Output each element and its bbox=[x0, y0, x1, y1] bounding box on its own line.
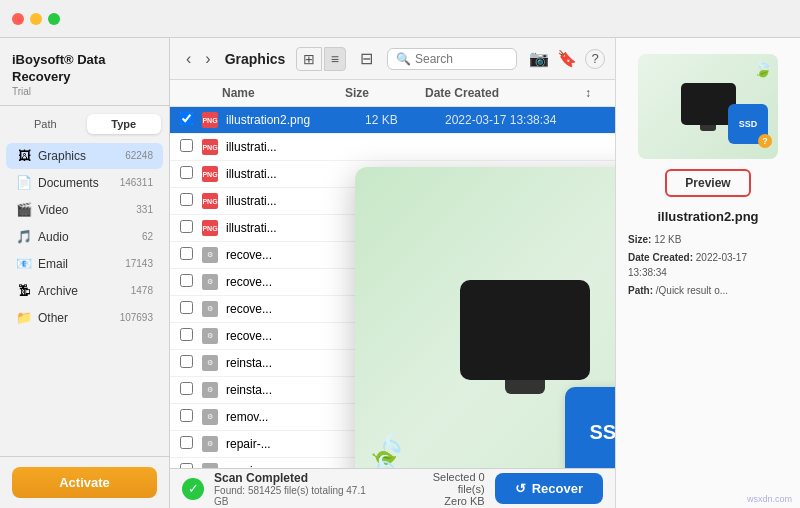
toolbar-right-icons: 📷 🔖 ? bbox=[529, 49, 605, 69]
graphics-icon: 🖼 bbox=[16, 148, 32, 164]
file-name-4: illustrati... bbox=[226, 221, 365, 235]
detail-date-row: Date Created: 2022-03-17 13:38:34 bbox=[628, 250, 788, 280]
sidebar-item-audio[interactable]: 🎵 Audio 62 bbox=[6, 224, 163, 250]
file-name-9: reinsta... bbox=[226, 356, 365, 370]
activate-button[interactable]: Activate bbox=[12, 467, 157, 498]
file-row-0[interactable]: PNG illustration2.png 12 KB 2022-03-17 1… bbox=[170, 107, 615, 134]
file-name-5: recove... bbox=[226, 248, 365, 262]
sidebar-label-graphics: Graphics bbox=[38, 149, 125, 163]
file-type-icon-1: PNG bbox=[202, 139, 222, 155]
app-container: iBoysoft® Data Recovery Trial Path Type … bbox=[0, 38, 800, 508]
ssd-label: SSD bbox=[589, 421, 615, 444]
file-type-icon-3: PNG bbox=[202, 193, 222, 209]
file-list-container: PNG illustration2.png 12 KB 2022-03-17 1… bbox=[170, 107, 615, 468]
detail-size-row: Size: 12 KB bbox=[628, 232, 788, 247]
other-icon: 📁 bbox=[16, 310, 32, 326]
detail-size-value: 12 KB bbox=[654, 234, 681, 245]
search-box: 🔍 bbox=[387, 48, 517, 70]
detail-path-label: Path: bbox=[628, 285, 653, 296]
file-name-3: illustrati... bbox=[226, 194, 365, 208]
selected-info: Selected 0 file(s) Zero KB bbox=[403, 471, 485, 507]
list-view-button[interactable]: ≡ bbox=[324, 47, 346, 71]
sidebar-item-archive[interactable]: 🗜 Archive 1478 bbox=[6, 278, 163, 304]
sidebar-count-archive: 1478 bbox=[131, 285, 153, 296]
toolbar-title: Graphics bbox=[225, 51, 288, 67]
help-button[interactable]: ? bbox=[585, 49, 605, 69]
monitor-display bbox=[460, 280, 590, 380]
file-type-icon-11: ⚙ bbox=[202, 409, 222, 425]
filter-button[interactable]: ⊟ bbox=[354, 46, 379, 71]
file-name-13: repair-... bbox=[226, 464, 365, 468]
file-type-icon-12: ⚙ bbox=[202, 436, 222, 452]
name-col-header[interactable]: Name bbox=[222, 86, 345, 100]
bookmark-button[interactable]: 🔖 bbox=[557, 49, 577, 69]
toolbar-nav: ‹ › bbox=[180, 47, 217, 71]
sidebar-count-email: 17143 bbox=[125, 258, 153, 269]
tab-type[interactable]: Type bbox=[87, 114, 162, 134]
file-type-icon-6: ⚙ bbox=[202, 274, 222, 290]
file-checkbox-0[interactable] bbox=[180, 112, 202, 128]
monitor-stand bbox=[505, 380, 545, 394]
right-panel: 🍃 SSD ? Preview illustration2.png Size: … bbox=[615, 38, 800, 508]
file-type-icon-10: ⚙ bbox=[202, 382, 222, 398]
thumbnail-leaf: 🍃 bbox=[753, 59, 773, 78]
title-bar bbox=[0, 0, 800, 38]
selected-files-label: Selected 0 file(s) bbox=[403, 471, 485, 495]
file-name-12: repair-... bbox=[226, 437, 365, 451]
app-trial: Trial bbox=[12, 86, 157, 97]
detail-path-value: /Quick result o... bbox=[656, 285, 728, 296]
maximize-button[interactable] bbox=[48, 13, 60, 25]
scan-status-text-group: Scan Completed Found: 581425 file(s) tot… bbox=[214, 471, 383, 507]
file-row-1[interactable]: PNG illustrati... bbox=[170, 134, 615, 161]
recover-icon: ↺ bbox=[515, 481, 526, 496]
file-type-icon-4: PNG bbox=[202, 220, 222, 236]
detail-file-name: illustration2.png bbox=[657, 209, 758, 224]
sidebar-label-audio: Audio bbox=[38, 230, 142, 244]
view-toggle: ⊞ ≡ bbox=[296, 47, 346, 71]
sidebar-items: 🖼 Graphics 62248 📄 Documents 146311 🎬 Vi… bbox=[0, 138, 169, 456]
sidebar-label-video: Video bbox=[38, 203, 136, 217]
bottom-bar: ✓ Scan Completed Found: 581425 file(s) t… bbox=[170, 468, 615, 508]
sidebar-count-graphics: 62248 bbox=[125, 150, 153, 161]
file-type-icon-7: ⚙ bbox=[202, 301, 222, 317]
ssd-graphic: SSD ? bbox=[565, 387, 615, 468]
sidebar-item-email[interactable]: 📧 Email 17143 bbox=[6, 251, 163, 277]
file-name-6: recove... bbox=[226, 275, 365, 289]
main-content: ‹ › Graphics ⊞ ≡ ⊟ 🔍 📷 🔖 ? Name bbox=[170, 38, 615, 508]
tab-path[interactable]: Path bbox=[8, 114, 83, 134]
scan-status-icon: ✓ bbox=[182, 478, 204, 500]
file-type-icon-13: ⚙ bbox=[202, 463, 222, 468]
preview-button[interactable]: Preview bbox=[665, 169, 750, 197]
sidebar-item-video[interactable]: 🎬 Video 331 bbox=[6, 197, 163, 223]
recover-label: Recover bbox=[532, 481, 583, 496]
selected-size-label: Zero KB bbox=[403, 495, 485, 507]
audio-icon: 🎵 bbox=[16, 229, 32, 245]
camera-button[interactable]: 📷 bbox=[529, 49, 549, 69]
close-button[interactable] bbox=[12, 13, 24, 25]
sidebar-item-graphics[interactable]: 🖼 Graphics 62248 bbox=[6, 143, 163, 169]
sidebar-item-other[interactable]: 📁 Other 107693 bbox=[6, 305, 163, 331]
search-input[interactable] bbox=[415, 52, 508, 66]
app-title: iBoysoft® Data Recovery bbox=[12, 52, 157, 86]
small-ssd: SSD ? bbox=[728, 104, 768, 144]
file-type-icon-5: ⚙ bbox=[202, 247, 222, 263]
date-col-header[interactable]: Date Created bbox=[425, 86, 585, 100]
small-monitor-stand bbox=[700, 125, 716, 131]
forward-button[interactable]: › bbox=[199, 47, 216, 71]
detail-size-label: Size: bbox=[628, 234, 651, 245]
file-name-8: recove... bbox=[226, 329, 365, 343]
grid-view-button[interactable]: ⊞ bbox=[296, 47, 322, 71]
sidebar-tabs: Path Type bbox=[0, 106, 169, 138]
recover-button[interactable]: ↺ Recover bbox=[495, 473, 603, 504]
sidebar-header: iBoysoft® Data Recovery Trial bbox=[0, 38, 169, 106]
minimize-button[interactable] bbox=[30, 13, 42, 25]
sidebar-item-documents[interactable]: 📄 Documents 146311 bbox=[6, 170, 163, 196]
size-col-header[interactable]: Size bbox=[345, 86, 425, 100]
watermark: wsxdn.com bbox=[747, 494, 792, 504]
sidebar-count-documents: 146311 bbox=[120, 177, 153, 188]
file-date-0: 2022-03-17 13:38:34 bbox=[445, 113, 605, 127]
detail-path-row: Path: /Quick result o... bbox=[628, 283, 788, 298]
small-question-badge: ? bbox=[758, 134, 772, 148]
back-button[interactable]: ‹ bbox=[180, 47, 197, 71]
sidebar-count-video: 331 bbox=[136, 204, 153, 215]
